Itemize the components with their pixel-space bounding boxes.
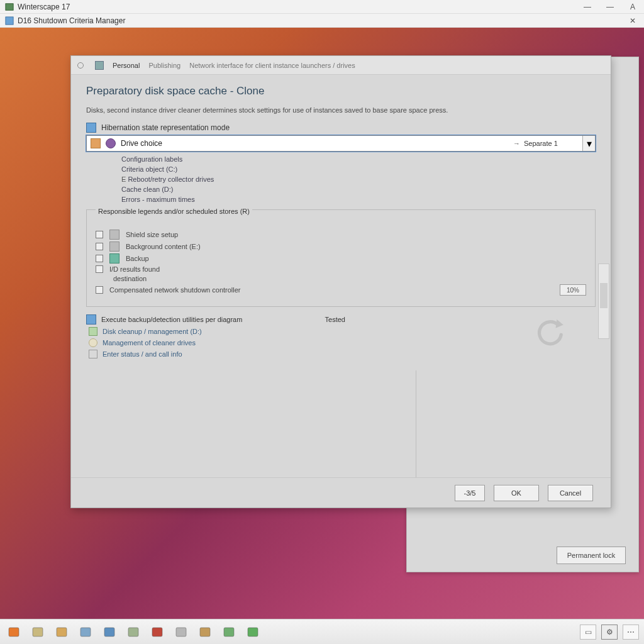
outer-title: Winterscape 17 (18, 3, 70, 11)
app-icon (5, 3, 14, 11)
folder-icon[interactable] (101, 623, 118, 641)
settings-dialog: Personal Publishing Network interface fo… (70, 55, 611, 508)
refresh-arrow-icon (531, 314, 567, 349)
system-tray: ▭⚙⋯ (580, 625, 639, 640)
radio-icon (77, 62, 84, 69)
arrow-right-icon: → (513, 140, 520, 147)
vertical-divider (416, 370, 416, 477)
svg-rect-4 (57, 628, 67, 636)
svg-rect-10 (200, 628, 210, 636)
tab-network[interactable]: Network interface for client instance la… (189, 62, 355, 69)
tab-personal[interactable]: Personal (113, 62, 140, 69)
dialog-tabs: Personal Publishing Network interface fo… (71, 56, 611, 75)
list-item[interactable]: Configuration labels (121, 155, 596, 163)
link-disk-cleanup[interactable]: Disk cleanup / management (D:) (89, 327, 357, 336)
notes-icon[interactable] (125, 623, 142, 641)
link-label: Management of cleaner drives (103, 339, 196, 347)
scrollbar-thumb[interactable] (600, 283, 608, 308)
disk-icon (106, 138, 116, 148)
checkbox[interactable] (96, 265, 103, 273)
drive-selector-label: Drive choice (121, 139, 162, 148)
svg-rect-8 (152, 628, 162, 636)
drive-selector-value: Separate 1 (524, 140, 558, 147)
list-item[interactable]: Criteria object (C:) (121, 165, 596, 173)
link-management[interactable]: Management of cleaner drives (89, 338, 357, 347)
checkbox[interactable] (96, 231, 103, 238)
page-description: Disks, second instance driver cleaner de… (86, 106, 596, 114)
svg-rect-11 (224, 628, 234, 636)
management-icon (89, 338, 97, 347)
outer-close-button[interactable]: A (626, 3, 639, 11)
checkbox[interactable] (96, 286, 103, 294)
shield-icon[interactable] (196, 623, 214, 641)
status-icon (89, 350, 97, 358)
search-icon[interactable] (29, 623, 47, 641)
ok-button[interactable]: OK (494, 485, 539, 501)
drive-box-icon (91, 138, 101, 148)
actions-section: Execute backup/detection utilities per d… (86, 314, 357, 358)
link-label: Disk cleanup / management (D:) (103, 328, 202, 335)
category-row: Hibernation state representation mode (86, 123, 596, 133)
dialog-button-row: -3/5 OK Cancel (71, 477, 611, 508)
option-label: Backup (126, 255, 586, 262)
svg-rect-7 (128, 628, 138, 636)
backup-icon (109, 253, 119, 264)
inner-close-button[interactable]: ✕ (626, 16, 639, 25)
drive-selector-dropdown[interactable]: ▾ (582, 136, 595, 151)
drive-icon[interactable] (172, 623, 190, 641)
option-label: destination (113, 275, 586, 282)
table-icon[interactable] (220, 623, 238, 641)
svg-rect-0 (6, 3, 13, 10)
link-status[interactable]: Enter status / and call info (89, 350, 357, 358)
desktop: Permanent lock Personal Publishing Netwo… (0, 28, 644, 619)
svg-rect-6 (104, 628, 114, 636)
option-label: Compensated network shutdown controller (109, 286, 553, 294)
tray-app-icon[interactable]: ▭ (580, 625, 596, 640)
maximize-button[interactable]: — (604, 3, 616, 11)
tab-publishing[interactable]: Publishing (148, 62, 180, 69)
cancel-button[interactable]: Cancel (548, 485, 593, 501)
cleanup-icon (89, 327, 97, 336)
sheet-icon[interactable] (244, 623, 262, 641)
svg-rect-12 (248, 628, 258, 636)
bug-icon[interactable] (148, 623, 166, 641)
mail-icon[interactable] (53, 623, 70, 641)
groupbox-legend: Responsible legends and/or scheduled sto… (96, 208, 252, 215)
option-label: I/D results found (109, 265, 586, 273)
tool-icon (86, 314, 96, 325)
svg-rect-2 (9, 628, 19, 636)
list-item[interactable]: Reboot/retry collector drives (121, 175, 596, 183)
list-item[interactable]: Cache clean (D:) (121, 186, 596, 193)
tray-more-icon[interactable]: ⋯ (623, 625, 639, 640)
apply-button[interactable]: Permanent lock (557, 547, 626, 564)
tray-gear-icon[interactable]: ⚙ (601, 625, 618, 640)
dialog-body: Preparatory disk space cache - Clone Dis… (71, 75, 611, 477)
page-title: Preparatory disk space cache - Clone (86, 85, 596, 97)
drive-selector[interactable]: Drive choice → Separate 1 ▾ (86, 135, 596, 152)
manager-icon (5, 16, 14, 25)
monitor-icon[interactable] (77, 623, 94, 641)
percent-value: 10% (560, 284, 586, 296)
inner-title: D16 Shutdown Criteria Manager (18, 16, 125, 25)
drive-sublist: Configuration labels Criteria object (C:… (121, 155, 596, 203)
option-label: Shield size setup (126, 231, 586, 238)
start-icon[interactable] (5, 623, 23, 641)
option-label: Background content (E:) (126, 243, 586, 250)
svg-rect-3 (33, 628, 43, 636)
svg-rect-5 (80, 628, 91, 636)
back-button[interactable]: -3/5 (455, 485, 485, 501)
checkbox[interactable] (96, 255, 103, 262)
link-label: Enter status / and call info (103, 350, 182, 358)
actions-header: Execute backup/detection utilities per d… (101, 316, 242, 323)
checkbox[interactable] (96, 243, 103, 250)
minimize-button[interactable]: — (581, 3, 594, 11)
category-label: Hibernation state representation mode (101, 123, 230, 132)
scrollbar[interactable] (598, 264, 609, 339)
svg-rect-9 (176, 628, 186, 636)
panel-icon (95, 61, 104, 70)
bg-icon (109, 242, 119, 252)
taskbar: ▭⚙⋯ (0, 619, 644, 644)
outer-titlebar: Winterscape 17 — — A (0, 0, 644, 14)
list-item[interactable]: Errors - maximum times (121, 196, 596, 203)
actions-status: Tested (325, 316, 357, 323)
